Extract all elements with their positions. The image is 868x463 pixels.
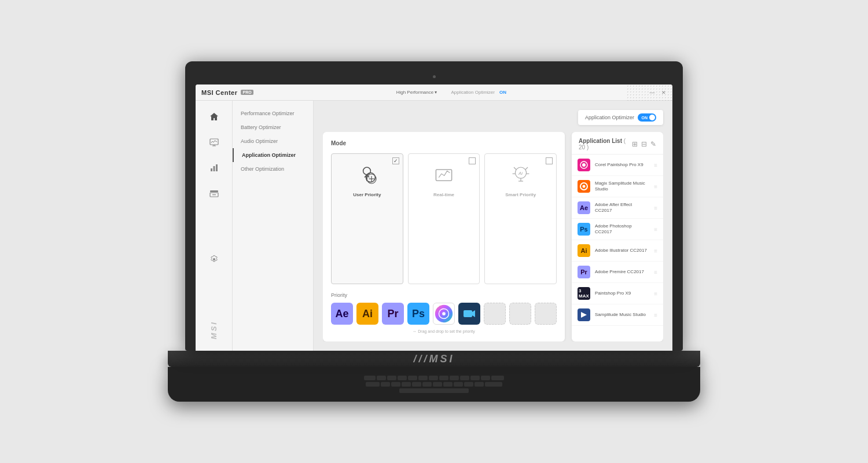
- list-item-ai[interactable]: Ai Adobe Illustrator CC2017 ≡: [572, 240, 663, 262]
- priority-label: Priority: [331, 292, 557, 298]
- nav-battery-optimizer[interactable]: Battery Optimizer: [233, 120, 313, 134]
- spacebar-key: [399, 388, 469, 393]
- key: [366, 382, 380, 387]
- title-bar-center: High Performance ▾ Application Optimizer…: [396, 90, 506, 95]
- header-optimizer-label: Application Optimizer: [451, 90, 495, 95]
- key: [443, 382, 453, 387]
- section-header: Application Optimizer ON: [323, 110, 663, 125]
- priority-app-camera[interactable]: [458, 303, 480, 325]
- header-mode-text[interactable]: High Performance ▾: [396, 90, 437, 95]
- mode-name-smart: Smart Priority: [505, 192, 536, 197]
- sidebar: MSI: [196, 101, 233, 351]
- list-item-ae[interactable]: Ae Adobe After Effect CC2017 ≡: [572, 197, 663, 219]
- list-item-corel[interactable]: Corel Paintshop Pro X9 ≡: [572, 155, 663, 176]
- priority-placeholder-2: [509, 303, 531, 325]
- ae-drag: ≡: [654, 205, 657, 211]
- toggle-on-text: ON: [642, 116, 648, 120]
- smart-priority-icon: Ai: [506, 160, 535, 189]
- app-title: MSI Center: [201, 89, 237, 96]
- mode-checkbox-smart: [546, 157, 553, 164]
- grid-view-button[interactable]: ⊟: [641, 140, 647, 148]
- priority-app-pr[interactable]: Pr: [382, 303, 404, 325]
- optimizer-toggle-label: Application Optimizer: [585, 115, 634, 120]
- key: [364, 376, 376, 380]
- mode-name-realtime: Real-time: [433, 192, 454, 197]
- mode-card-real-time[interactable]: Real-time: [408, 153, 480, 284]
- priority-app-ai[interactable]: Ai: [356, 303, 378, 325]
- corel-drag: ≡: [654, 162, 657, 168]
- paintshop-list-icon: 3MAX: [578, 287, 590, 300]
- key: [377, 376, 386, 380]
- app-window: MSI Center PRO High Performance ▾ Applic…: [196, 84, 672, 351]
- key: [422, 382, 432, 387]
- laptop-base: ///MSI: [168, 351, 700, 367]
- drag-hint: ↔ Drag and drop to set the priority: [331, 329, 557, 333]
- list-item-pr[interactable]: Pr Adobe Premire CC2017 ≡: [572, 262, 663, 283]
- key: [387, 376, 396, 380]
- edit-button[interactable]: ✎: [650, 140, 656, 148]
- camera-dot: [433, 75, 436, 78]
- svg-marker-36: [581, 312, 587, 318]
- msi-base-logo: ///MSI: [413, 353, 454, 365]
- corel-icon: [578, 159, 590, 171]
- content-row: Mode ✓: [323, 132, 663, 341]
- app-list-items: Corel Paintshop Pro X9 ≡ Magix Samplit: [572, 155, 663, 341]
- real-time-icon: [429, 160, 458, 189]
- toggle-knob: [649, 115, 655, 120]
- list-item-magix[interactable]: Magix Samplitude Music Studio ≡: [572, 176, 663, 197]
- laptop-screen: MSI Center PRO High Performance ▾ Applic…: [196, 84, 672, 351]
- mode-card-smart-priority[interactable]: Ai Smart Priority: [484, 153, 557, 284]
- ae-list-icon: Ae: [578, 201, 590, 214]
- key: [412, 382, 421, 387]
- nav-other-optimization[interactable]: Other Optimization: [233, 162, 313, 176]
- list-item-paintshop[interactable]: 3MAX Paintshop Pro X9 ≡: [572, 283, 663, 304]
- svg-point-29: [442, 312, 446, 315]
- title-bar: MSI Center PRO High Performance ▾ Applic…: [196, 84, 672, 101]
- nav-performance-optimizer[interactable]: Performance Optimizer: [233, 106, 313, 120]
- msi-side-logo: MSI: [209, 315, 218, 345]
- mode-checkbox-realtime: [469, 157, 476, 164]
- keyboard-row-3: [399, 388, 469, 393]
- priority-app-ae[interactable]: Ae: [331, 303, 353, 325]
- key: [408, 376, 417, 380]
- key: [491, 376, 504, 380]
- mode-title: Mode: [331, 140, 557, 146]
- svg-rect-30: [464, 310, 472, 317]
- svg-rect-3: [211, 168, 212, 171]
- priority-app-ps[interactable]: Ps: [407, 303, 429, 325]
- sidebar-item-home[interactable]: [204, 106, 225, 127]
- sidebar-item-settings[interactable]: [204, 249, 225, 270]
- key: [485, 382, 502, 387]
- key: [418, 376, 428, 380]
- mode-checkbox-user: ✓: [392, 157, 399, 164]
- key: [475, 382, 484, 387]
- key: [402, 382, 411, 387]
- optimizer-toggle-switch[interactable]: ON: [638, 113, 656, 122]
- app-list-section: Application List ( 20 ) ⊞ ⊟ ✎: [572, 132, 663, 341]
- list-item-samplitude[interactable]: Samplitude Music Studio ≡: [572, 304, 663, 326]
- sidebar-item-monitor[interactable]: [204, 132, 225, 153]
- nav-audio-optimizer[interactable]: Audio Optimizer: [233, 134, 313, 148]
- nav-application-optimizer[interactable]: Application Optimizer: [233, 148, 313, 162]
- add-app-button[interactable]: ⊞: [632, 140, 638, 148]
- priority-apps: Ae Ai Pr Ps: [331, 303, 557, 325]
- priority-app-orb[interactable]: [433, 303, 455, 325]
- list-item-ps[interactable]: Ps Adobe Photoshop CC2017 ≡: [572, 219, 663, 240]
- optimizer-toggle-panel: Application Optimizer ON: [578, 110, 663, 125]
- svg-text:Ai: Ai: [518, 171, 523, 176]
- sidebar-item-archive[interactable]: [204, 183, 225, 204]
- main-content: Application Optimizer ON Mode: [314, 101, 672, 351]
- sidebar-item-stats[interactable]: [204, 157, 225, 178]
- paintshop-drag: ≡: [654, 291, 657, 297]
- key: [470, 376, 480, 380]
- app-list-title: Application List ( 20 ): [579, 138, 632, 150]
- mode-options: ✓: [331, 153, 557, 284]
- magix-name: Magix Samplitude Music Studio: [595, 181, 649, 193]
- mode-card-user-priority[interactable]: ✓: [331, 153, 403, 284]
- key: [464, 382, 473, 387]
- keyboard-row-2: [366, 382, 502, 387]
- ai-name: Adobe Illustrator CC2017: [595, 248, 647, 253]
- key: [481, 376, 490, 380]
- svg-rect-4: [213, 166, 215, 171]
- keyboard-row-1: [364, 376, 504, 380]
